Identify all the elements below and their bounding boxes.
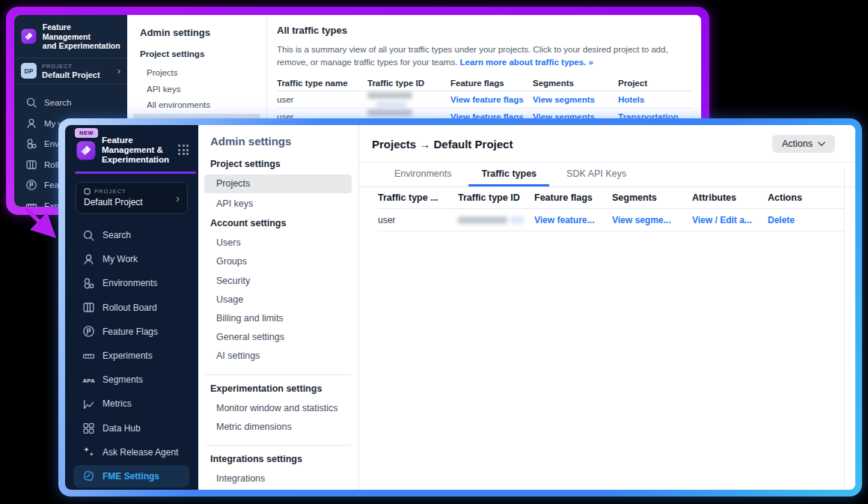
sidebar-item-data-hub[interactable]: Data Hub — [65, 416, 198, 440]
feature-flags-icon — [25, 179, 37, 191]
page-title: All traffic types — [277, 25, 693, 36]
front-window: NEW Feature Management & Experimentation — [58, 118, 862, 497]
stage: Feature Management and Experimentation D… — [0, 0, 868, 504]
environments-icon — [82, 277, 95, 290]
rollout-board-icon — [25, 159, 37, 171]
actions-button[interactable]: Actions — [772, 135, 835, 153]
project-link[interactable]: Hotels — [618, 95, 644, 104]
project-selector[interactable]: PROJECT Default Project › — [76, 182, 188, 214]
chevron-right-icon: › — [117, 66, 120, 76]
fme-logo-icon — [82, 470, 95, 482]
sidebar-item-search[interactable]: Search — [65, 223, 198, 247]
segments-icon: APA — [82, 374, 95, 386]
table-row: user View feature... View segme... View … — [378, 209, 844, 231]
tab-traffic-types[interactable]: Traffic types — [468, 163, 549, 186]
learn-more-link[interactable]: Learn more about traffic types. » — [460, 58, 593, 67]
view-segments-link[interactable]: View segme... — [612, 215, 671, 225]
front-sidebar: NEW Feature Management & Experimentation — [65, 125, 198, 490]
nav-item-users[interactable]: Users — [216, 234, 358, 252]
redacted-id — [458, 215, 534, 225]
project-icon — [84, 188, 91, 195]
nav-item-all-environments[interactable]: All environments — [147, 97, 266, 114]
nav-item-api-keys[interactable]: API keys — [216, 195, 358, 213]
front-main: Projects → Default Project Actions Envir… — [359, 125, 855, 490]
app-logo: Feature Management and Experimentation — [14, 15, 127, 58]
nav-item-usage[interactable]: Usage — [216, 291, 358, 309]
search-icon — [82, 229, 95, 242]
settings-title: Admin settings — [210, 135, 358, 148]
sidebar-item-ask-release-agent[interactable]: Ask Release Agent — [65, 440, 198, 464]
sidebar-item-environments[interactable]: Environments — [65, 271, 198, 295]
section-account-settings: Account settings — [210, 218, 358, 228]
nav-item-projects[interactable]: Projects — [147, 65, 266, 82]
sidebar-item-experiments[interactable]: Experiments — [65, 344, 198, 368]
sidebar-item-metrics[interactable]: Metrics — [65, 392, 198, 416]
table-row: user View feature flags View segments Ho… — [277, 91, 693, 109]
nav-item-integrations[interactable]: Integrations — [216, 470, 358, 488]
feature-flags-icon — [82, 325, 95, 338]
view-feature-flags-link[interactable]: View feature flags — [450, 95, 524, 104]
section-experimentation-settings: Experimentation settings — [210, 383, 358, 394]
nav-item-monitor-window[interactable]: Monitor window and statistics — [216, 399, 358, 418]
nav-item-metric-dimensions[interactable]: Metric dimensions — [216, 418, 358, 437]
divider — [206, 374, 351, 375]
tab-bar: Environments Traffic types SDK API Keys — [359, 163, 855, 187]
project-badge: DP — [21, 63, 37, 79]
view-segments-link[interactable]: View segments — [533, 95, 595, 104]
new-badge: NEW — [75, 128, 98, 138]
nav-item-general-settings[interactable]: General settings — [216, 328, 358, 347]
tab-sdk-api-keys[interactable]: SDK API Keys — [554, 163, 639, 186]
search-icon — [25, 97, 37, 109]
sidebar-item-segments[interactable]: APA Segments — [65, 368, 198, 392]
settings-title: Admin settings — [140, 27, 266, 38]
user-icon — [82, 253, 95, 266]
nav-item-groups[interactable]: Groups — [216, 252, 358, 271]
sidebar-item-search[interactable]: Search — [14, 93, 127, 114]
experiments-icon — [82, 350, 95, 362]
project-name: Default Project — [42, 70, 100, 79]
section-project-settings: Project settings — [210, 159, 358, 169]
nav-item-security[interactable]: Security — [216, 272, 358, 291]
view-edit-attributes-link[interactable]: View / Edit a... — [692, 215, 752, 225]
front-sidebar-menu: Search My Work Environments Rollout Boar… — [65, 223, 198, 488]
sparkle-icon — [82, 446, 95, 458]
sidebar-item-rollout-board[interactable]: Rollout Board — [65, 296, 198, 320]
traffic-types-table: Traffic type ... Traffic type ID Feature… — [378, 187, 844, 231]
sidebar-item-feature-flags[interactable]: Feature Flags — [65, 320, 198, 344]
nav-item-ai-settings[interactable]: AI settings — [216, 347, 358, 365]
chevron-down-icon — [818, 142, 825, 147]
project-label: PROJECT — [94, 188, 126, 195]
chevron-right-icon: › — [176, 193, 180, 204]
svg-text:APA: APA — [83, 377, 95, 383]
rollout-board-icon — [82, 301, 95, 314]
apps-grid-icon[interactable] — [178, 145, 189, 155]
accent-underline — [75, 171, 196, 174]
nav-item-api-keys[interactable]: API keys — [147, 82, 266, 98]
nav-item-billing-and-limits[interactable]: Billing and limits — [216, 309, 358, 328]
user-icon — [25, 118, 37, 130]
split-logo-icon — [76, 141, 96, 160]
annotation-arrow — [18, 202, 70, 249]
breadcrumb: Projects → Default Project — [372, 138, 513, 151]
page-description: This is a summary view of all your traff… — [277, 43, 693, 69]
sidebar-item-fme-settings[interactable]: FME Settings — [73, 465, 189, 488]
section-integrations-settings: Integrations settings — [210, 454, 358, 464]
divider — [844, 168, 845, 490]
project-name: Default Project — [84, 197, 180, 207]
tab-environments[interactable]: Environments — [382, 163, 464, 186]
project-selector[interactable]: DP PROJECT Default Project › — [14, 58, 127, 84]
redacted-id — [367, 91, 450, 109]
divider — [206, 445, 351, 446]
app-title: Feature Management and Experimentation — [43, 22, 120, 51]
front-settings-nav: Admin settings Project settings Projects… — [198, 125, 359, 490]
table-header-row: Traffic type ... Traffic type ID Feature… — [378, 187, 844, 209]
environments-icon — [25, 138, 37, 150]
nav-item-projects[interactable]: Projects — [204, 174, 352, 193]
view-feature-flags-link[interactable]: View feature... — [534, 215, 594, 225]
data-hub-icon — [82, 422, 95, 434]
delete-link[interactable]: Delete — [768, 215, 795, 225]
table-header-row: Traffic type name Traffic type ID Featur… — [277, 76, 693, 91]
project-label: PROJECT — [42, 63, 100, 70]
metrics-icon — [82, 398, 95, 410]
sidebar-item-my-work[interactable]: My Work — [65, 247, 198, 271]
